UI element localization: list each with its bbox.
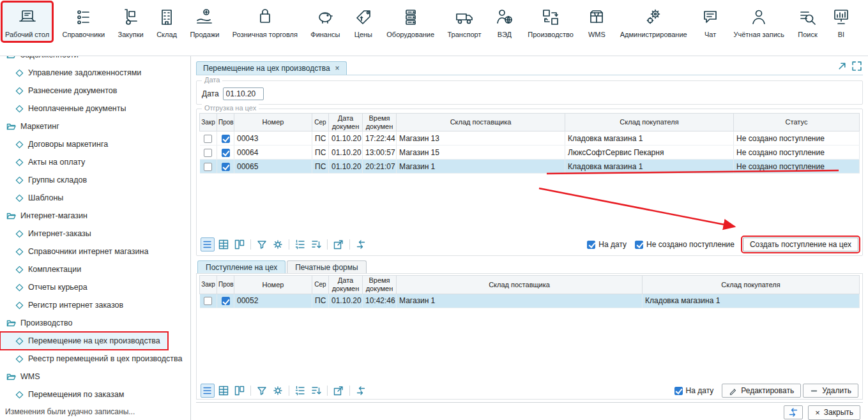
topbar-item-directories[interactable]: Справочники <box>59 3 107 41</box>
sidebar-item-debt-management[interactable]: Управление задолженностями <box>0 64 190 82</box>
on-date-checkbox[interactable] <box>674 387 683 395</box>
posted-checkbox[interactable] <box>222 149 230 157</box>
sort-list-button[interactable] <box>309 237 323 251</box>
topbar-item-transport[interactable]: Транспорт <box>445 3 484 41</box>
open-external-button[interactable] <box>331 384 346 398</box>
sidebar-item-templates[interactable]: Шаблоны <box>0 189 190 207</box>
sidebar-item-marketing-contracts[interactable]: Договоры маркетинга <box>0 135 190 153</box>
col-posted[interactable]: Пров <box>217 276 234 294</box>
tab-close-icon[interactable]: × <box>335 64 340 73</box>
topbar-item-sales[interactable]: Продажи <box>187 3 222 41</box>
sidebar-item-internet-orders[interactable]: Интернет-заказы <box>0 225 190 243</box>
topbar-item-search[interactable]: Поиск <box>795 3 820 41</box>
tab-move-to-workshop[interactable]: Перемещение на цех производства × <box>196 61 347 75</box>
col-series[interactable]: Сер <box>312 113 329 131</box>
topbar-item-warehouse[interactable]: Склад <box>154 3 179 41</box>
topbar-item-finance[interactable]: Финансы <box>308 3 342 41</box>
numbered-list-button[interactable] <box>293 237 307 251</box>
posted-checkbox[interactable] <box>222 163 230 171</box>
topbar-item-production[interactable]: Производство <box>525 3 576 41</box>
not-created-checkbox[interactable] <box>635 241 643 249</box>
col-status[interactable]: Статус <box>734 113 860 131</box>
topbar-item-administration[interactable]: Администрирование <box>618 3 690 41</box>
sidebar-item-internet-orders-register[interactable]: Регистр интернет заказов <box>0 296 190 314</box>
posted-checkbox[interactable] <box>222 135 230 143</box>
topbar-item-account[interactable]: Учётная запись <box>731 3 788 41</box>
sidebar-item-workshop-moves-register[interactable]: Реестр перемещений в цех производства <box>0 350 190 368</box>
topbar-item-ved[interactable]: ВЭД <box>492 3 517 41</box>
topbar-item-equipment[interactable]: Оборудование <box>384 3 437 41</box>
sidebar-item-internet-directories[interactable]: Справочники интернет магазина <box>0 243 190 260</box>
sort-list-button[interactable] <box>309 384 323 398</box>
filter-on-date[interactable]: На дату <box>674 386 714 395</box>
sidebar-item-unpaid-docs[interactable]: Неоплаченные документы <box>0 100 190 117</box>
topbar-item-prices[interactable]: Цены <box>351 3 376 41</box>
topbar-item-chat[interactable]: Чат <box>697 3 723 41</box>
topbar-item-desktop[interactable]: Рабочий стол <box>3 3 52 41</box>
settings-button[interactable] <box>271 237 285 251</box>
col-supplier[interactable]: Склад поставщика <box>397 276 643 294</box>
sidebar-item-production[interactable]: Производство <box>0 314 190 332</box>
shipment-table-empty-area[interactable] <box>199 174 860 236</box>
sidebar-item-doc-allocation[interactable]: Разнесение документов <box>0 82 190 100</box>
posted-checkbox[interactable] <box>222 297 230 305</box>
view-cards-button[interactable] <box>232 237 247 251</box>
receipt-header-row[interactable]: Закр Пров Номер Сер Дата докумен Время д… <box>200 276 860 294</box>
col-series[interactable]: Сер <box>312 276 329 294</box>
col-number[interactable]: Номер <box>234 113 312 131</box>
col-closed[interactable]: Закр <box>200 113 217 131</box>
col-doc-time[interactable]: Время докумен <box>363 276 397 294</box>
shipment-row-selected[interactable]: 00065 ПС 01.10.20 20:21:07 Магазин 1 Кла… <box>200 160 860 174</box>
col-doc-time[interactable]: Время докумен <box>363 113 397 131</box>
sidebar-item-internet-shop[interactable]: Интернет-магазин <box>0 207 190 225</box>
filter-button[interactable] <box>255 384 269 398</box>
col-buyer[interactable]: Склад покупателя <box>643 276 860 294</box>
refresh-button[interactable] <box>354 237 368 251</box>
create-receipt-button[interactable]: Создать поступление на цех <box>743 237 858 251</box>
sidebar-item-moves-by-orders[interactable]: Перемещения по заказам <box>0 386 190 403</box>
sidebar-item-move-to-workshop[interactable]: Перемещение на цех производства <box>0 332 168 350</box>
on-date-checkbox[interactable] <box>587 241 595 249</box>
sidebar-item-kitting[interactable]: Комплектации <box>0 260 190 278</box>
footer-refresh-button[interactable] <box>784 405 803 419</box>
filter-button[interactable] <box>255 237 269 251</box>
col-closed[interactable]: Закр <box>200 276 217 294</box>
numbered-list-button[interactable] <box>293 384 307 398</box>
closed-checkbox[interactable] <box>204 163 212 171</box>
delete-button[interactable]: Удалить <box>803 384 858 398</box>
close-window-button[interactable]: ×Закрыть <box>808 405 860 420</box>
shipment-row[interactable]: 00043 ПС 01.10.20 17:22:44 Магазин 13 Кл… <box>200 131 860 146</box>
receipt-table-empty-area[interactable] <box>199 308 860 382</box>
filter-on-date[interactable]: На дату <box>587 240 627 249</box>
sidebar-item-debts[interactable]: Задолженности <box>0 56 190 64</box>
open-external-button[interactable] <box>331 237 346 251</box>
sidebar-item-courier-reports[interactable]: Отчеты курьера <box>0 278 190 296</box>
view-cards-button[interactable] <box>232 384 247 398</box>
view-table-button[interactable] <box>217 384 231 398</box>
edit-button[interactable]: Редактировать <box>722 384 801 398</box>
topbar-item-purchasing[interactable]: Закупки <box>116 3 146 41</box>
popout-icon[interactable] <box>837 61 847 71</box>
sidebar-item-payment-acts[interactable]: Акты на оплату <box>0 153 190 171</box>
filter-not-created[interactable]: Не создано поступление <box>635 240 735 249</box>
col-supplier[interactable]: Склад поставщика <box>397 113 565 131</box>
sidebar-item-marketing[interactable]: Маркетинг <box>0 117 190 135</box>
maximize-icon[interactable] <box>852 61 862 71</box>
refresh-button[interactable] <box>354 384 368 398</box>
topbar-item-retail[interactable]: Розничная торговля <box>230 3 300 41</box>
col-buyer[interactable]: Склад покупателя <box>565 113 734 131</box>
closed-checkbox[interactable] <box>204 297 212 305</box>
sidebar-item-wms[interactable]: WMS <box>0 368 190 386</box>
tab-print-forms[interactable]: Печатные формы <box>287 260 366 274</box>
col-number[interactable]: Номер <box>234 276 312 294</box>
col-doc-date[interactable]: Дата докумен <box>329 276 363 294</box>
topbar-item-wms[interactable]: WMS <box>584 3 609 41</box>
closed-checkbox[interactable] <box>204 135 212 143</box>
view-table-button[interactable] <box>217 237 231 251</box>
settings-button[interactable] <box>271 384 285 398</box>
closed-checkbox[interactable] <box>204 149 212 157</box>
shipment-header-row[interactable]: Закр Пров Номер Сер Дата докумен Время д… <box>200 113 860 131</box>
shipment-row[interactable]: 00064 ПС 01.10.20 13:00:57 Магазин 15 Лю… <box>200 146 860 160</box>
col-doc-date[interactable]: Дата докумен <box>329 113 363 131</box>
date-input[interactable] <box>223 87 264 100</box>
